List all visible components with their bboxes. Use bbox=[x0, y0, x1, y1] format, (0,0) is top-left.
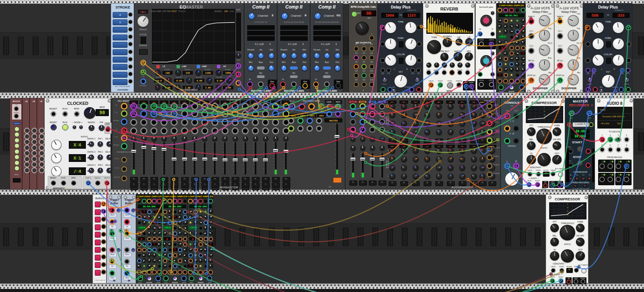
port[interactable] bbox=[188, 253, 193, 257]
port[interactable] bbox=[109, 270, 115, 276]
port[interactable] bbox=[510, 46, 514, 50]
port[interactable] bbox=[199, 242, 203, 247]
button[interactable] bbox=[14, 160, 19, 165]
port[interactable] bbox=[335, 83, 341, 89]
trigger-button[interactable] bbox=[95, 232, 101, 238]
knob[interactable] bbox=[389, 112, 395, 118]
knob[interactable] bbox=[553, 141, 561, 150]
knob[interactable] bbox=[521, 40, 525, 44]
knob[interactable] bbox=[602, 75, 615, 88]
knob[interactable] bbox=[178, 215, 182, 219]
port[interactable] bbox=[624, 147, 630, 153]
port[interactable] bbox=[173, 226, 177, 230]
port[interactable] bbox=[137, 199, 141, 203]
knob[interactable] bbox=[188, 231, 192, 235]
knob[interactable] bbox=[505, 172, 519, 186]
knob[interactable] bbox=[172, 136, 177, 141]
knob[interactable] bbox=[613, 54, 624, 66]
knob[interactable] bbox=[263, 136, 268, 141]
knob[interactable] bbox=[178, 221, 182, 224]
knob[interactable] bbox=[183, 253, 187, 257]
port[interactable] bbox=[173, 237, 177, 241]
port[interactable] bbox=[503, 79, 508, 83]
port[interactable] bbox=[513, 138, 519, 144]
port[interactable] bbox=[150, 127, 157, 134]
port[interactable] bbox=[409, 87, 414, 92]
knob[interactable] bbox=[157, 215, 161, 219]
knob[interactable] bbox=[283, 136, 288, 141]
knob[interactable] bbox=[510, 68, 513, 71]
knob[interactable] bbox=[155, 70, 161, 76]
button[interactable] bbox=[558, 172, 563, 177]
knob[interactable] bbox=[209, 253, 213, 257]
port[interactable] bbox=[269, 83, 275, 89]
port[interactable] bbox=[585, 42, 590, 47]
knob[interactable] bbox=[587, 77, 592, 82]
port[interactable] bbox=[168, 199, 172, 203]
port[interactable] bbox=[168, 264, 172, 268]
knob[interactable] bbox=[157, 231, 161, 235]
preset-button[interactable] bbox=[39, 167, 45, 173]
knob[interactable] bbox=[454, 52, 462, 61]
knob[interactable] bbox=[204, 226, 208, 230]
port[interactable] bbox=[201, 103, 208, 110]
knob[interactable] bbox=[173, 259, 177, 262]
port[interactable] bbox=[510, 35, 514, 39]
button[interactable] bbox=[14, 143, 19, 148]
port[interactable] bbox=[121, 127, 127, 134]
port[interactable] bbox=[173, 221, 177, 225]
knob[interactable] bbox=[183, 226, 187, 230]
preset-button[interactable] bbox=[31, 150, 37, 156]
knob[interactable] bbox=[471, 156, 477, 162]
port[interactable] bbox=[624, 137, 630, 143]
port[interactable] bbox=[360, 103, 366, 110]
port[interactable] bbox=[585, 58, 590, 63]
port[interactable] bbox=[354, 82, 359, 87]
port[interactable] bbox=[607, 137, 613, 143]
port[interactable] bbox=[515, 79, 520, 83]
knob[interactable] bbox=[450, 63, 455, 68]
knob[interactable] bbox=[194, 231, 197, 235]
knob[interactable] bbox=[248, 65, 254, 71]
port[interactable] bbox=[599, 163, 605, 169]
preset-button[interactable] bbox=[24, 134, 30, 139]
knob[interactable] bbox=[157, 226, 161, 230]
knob[interactable] bbox=[98, 168, 103, 173]
port[interactable] bbox=[152, 199, 157, 203]
knob[interactable] bbox=[504, 51, 508, 55]
knob[interactable] bbox=[550, 251, 559, 261]
port[interactable] bbox=[464, 84, 469, 89]
port[interactable] bbox=[124, 219, 130, 225]
fader[interactable] bbox=[253, 158, 258, 162]
knob[interactable] bbox=[536, 129, 552, 144]
port[interactable] bbox=[503, 8, 508, 12]
port[interactable] bbox=[262, 110, 269, 117]
port[interactable] bbox=[101, 202, 106, 207]
port[interactable] bbox=[379, 103, 385, 110]
port[interactable] bbox=[201, 127, 208, 134]
knob[interactable] bbox=[465, 38, 473, 46]
fader[interactable] bbox=[350, 157, 356, 161]
knob[interactable] bbox=[147, 259, 151, 262]
knob[interactable] bbox=[209, 248, 213, 252]
knob[interactable] bbox=[448, 165, 454, 171]
knob[interactable] bbox=[510, 30, 513, 33]
knob[interactable] bbox=[434, 63, 439, 68]
port[interactable] bbox=[194, 248, 198, 252]
preset-button[interactable] bbox=[39, 128, 45, 134]
port[interactable] bbox=[198, 199, 203, 203]
button[interactable] bbox=[62, 124, 68, 130]
port[interactable] bbox=[291, 82, 297, 87]
knob[interactable] bbox=[202, 136, 207, 141]
knob[interactable] bbox=[510, 24, 513, 28]
knob[interactable] bbox=[459, 104, 465, 110]
fader[interactable] bbox=[131, 149, 136, 153]
port[interactable] bbox=[162, 199, 167, 203]
knob[interactable] bbox=[539, 15, 550, 26]
knob[interactable] bbox=[443, 38, 452, 47]
stroke-key[interactable] bbox=[113, 57, 127, 63]
port[interactable] bbox=[147, 242, 152, 247]
port[interactable] bbox=[137, 248, 141, 252]
knob[interactable] bbox=[539, 74, 550, 85]
knob[interactable] bbox=[459, 112, 465, 118]
